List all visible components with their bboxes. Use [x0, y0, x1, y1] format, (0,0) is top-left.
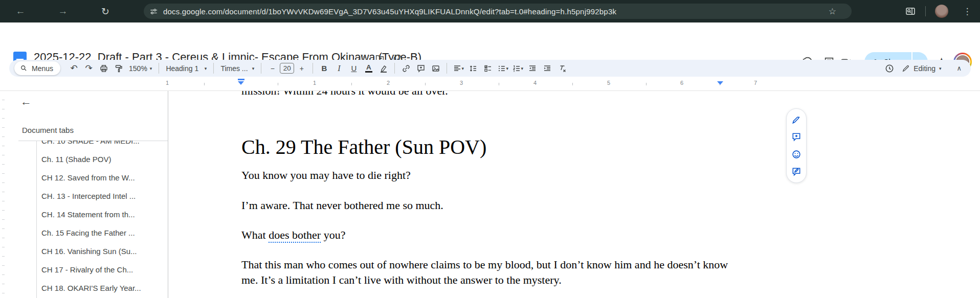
sidebar-item-ch12[interactable]: CH 12. Saved from the W... — [41, 169, 135, 187]
document-tabs-header: Document tabs — [22, 126, 74, 134]
chevron-down-icon: ▾ — [252, 66, 255, 71]
add-comment-margin-button[interactable] — [791, 131, 802, 143]
italic-button[interactable]: I — [332, 61, 346, 75]
tab-tree-guide — [36, 141, 37, 298]
sidebar-item-ch11[interactable]: Ch. 11 (Shade POV) — [41, 150, 111, 169]
divider — [394, 63, 395, 74]
editor-content: ← Document tabs CH. 10 SHADE - AM MEDI..… — [0, 90, 980, 298]
divider — [261, 63, 261, 74]
ruler-number: 5 — [607, 80, 610, 86]
browser-back-icon[interactable]: ← — [12, 6, 29, 17]
ruler-number: 7 — [754, 80, 757, 86]
divider — [213, 63, 214, 74]
underline-button[interactable]: U — [347, 61, 361, 75]
decrease-font-size-button[interactable]: − — [265, 61, 279, 75]
pen-icon — [902, 64, 910, 73]
insert-link-button[interactable] — [399, 61, 413, 75]
menus-search-button[interactable]: Menus — [14, 61, 60, 75]
editing-mode-select[interactable]: Editing ▾ — [897, 61, 946, 75]
increase-indent-button[interactable] — [540, 61, 554, 75]
side-panel-icon[interactable] — [905, 6, 916, 17]
sidebar-item-ch13[interactable]: CH. 13 - Intercepted Intel ... — [41, 187, 136, 205]
divider — [447, 63, 447, 74]
browser-forward-icon[interactable]: → — [54, 6, 72, 17]
toolbar-right: Editing ▾ ∧ — [882, 61, 966, 75]
browser-right-controls: ⋮ — [905, 5, 975, 18]
first-line-indent-marker[interactable] — [238, 79, 244, 80]
divider — [159, 63, 159, 74]
divider — [925, 6, 926, 16]
help-me-write-button[interactable] — [791, 114, 802, 125]
add-comment-button[interactable] — [414, 61, 428, 75]
sidebar-item-ch15[interactable]: Ch. 15 Facing the Father ... — [41, 224, 135, 242]
emoji-reaction-button[interactable] — [791, 149, 802, 160]
paint-format-button[interactable] — [112, 61, 125, 75]
ruler-number: 4 — [533, 80, 537, 86]
bulleted-list-button[interactable]: ▾ — [496, 61, 509, 75]
paragraph: You know you may have to die right? — [241, 168, 411, 183]
sidebar-item-ch17[interactable]: CH 17 - Rivalry of the Ch... — [41, 261, 133, 279]
decrease-indent-button[interactable] — [525, 61, 539, 75]
checklist-button[interactable] — [481, 61, 495, 75]
document-page[interactable]: mission! Within 24 hours it would be all… — [168, 91, 980, 298]
ruler-number: 1 — [166, 80, 169, 86]
clipped-paragraph: mission! Within 24 hours it would be all… — [241, 91, 448, 98]
right-indent-marker[interactable] — [717, 81, 723, 85]
margin-quick-actions — [786, 108, 807, 183]
grammar-suggestion[interactable]: does bother — [269, 228, 321, 243]
suggest-edits-button[interactable] — [791, 166, 802, 177]
chevron-down-icon: ▾ — [150, 66, 152, 71]
activity-clock-icon[interactable] — [882, 61, 896, 75]
line-spacing-button[interactable] — [466, 61, 480, 75]
zoom-select[interactable]: 150%▾ — [126, 64, 155, 73]
align-button[interactable]: ▾ — [451, 61, 465, 75]
divider — [313, 63, 313, 74]
ruler-number: 3 — [460, 80, 463, 86]
undo-button[interactable]: ↶ — [67, 61, 81, 75]
add-tab-button[interactable] — [124, 123, 139, 137]
docs-header: 2025-12-22_Draft - Part 3 - Cereus & Lim… — [0, 22, 980, 60]
chevron-down-icon: ▾ — [939, 66, 942, 71]
bold-button[interactable]: B — [317, 61, 331, 75]
left-indent-marker[interactable] — [238, 81, 244, 85]
ruler-number: 2 — [387, 80, 390, 86]
paragraph: That this man who comes out of nowhere c… — [241, 257, 728, 287]
clear-formatting-button[interactable] — [555, 61, 569, 75]
redo-button[interactable]: ↷ — [82, 61, 96, 75]
increase-font-size-button[interactable]: + — [295, 61, 308, 75]
site-settings-icon[interactable] — [149, 7, 158, 16]
paragraph: I’m aware. That never bothered me so muc… — [241, 198, 443, 213]
sidebar-item-ch14[interactable]: CH. 14 Statement from th... — [41, 205, 135, 224]
browser-reload-icon[interactable]: ↻ — [97, 6, 114, 17]
search-icon — [20, 64, 28, 72]
horizontal-ruler[interactable]: 1 1 2 3 4 5 6 7 — [0, 77, 980, 90]
paragraph: What does bother you? — [241, 227, 345, 243]
vertical-ruler[interactable] — [0, 91, 6, 298]
browser-profile-avatar[interactable] — [935, 5, 948, 18]
url-bar[interactable]: docs.google.com/document/d/1boYWvVKDw69E… — [144, 4, 852, 19]
font-family-select[interactable]: Times ...▾ — [217, 64, 257, 73]
paragraph-style-select[interactable]: Heading 1▾ — [163, 64, 210, 73]
ruler-number: 1 — [313, 80, 316, 86]
insert-image-button[interactable] — [429, 61, 442, 75]
ruler-number: 6 — [680, 80, 683, 86]
numbered-list-button[interactable]: ▾ — [510, 61, 524, 75]
bookmark-star-icon[interactable]: ☆ — [829, 6, 836, 17]
browser-menu-icon[interactable]: ⋮ — [960, 6, 975, 17]
url-text[interactable]: docs.google.com/document/d/1boYWvVKDw69E… — [163, 7, 822, 16]
font-size-input[interactable]: 20 — [280, 63, 294, 74]
sidebar-item-ch16[interactable]: CH 16. Vanishing Sun (Su... — [41, 242, 137, 261]
hide-menus-button[interactable]: ∧ — [956, 64, 962, 72]
sidebar-back-button[interactable]: ← — [18, 94, 34, 109]
highlight-color-button[interactable] — [376, 61, 390, 75]
format-toolbar: Menus ↶ ↷ 150%▾ Heading 1▾ Times ...▾ − … — [9, 60, 971, 77]
browser-toolbar: ← → ↻ docs.google.com/document/d/1boYWvV… — [0, 0, 980, 22]
print-button[interactable] — [97, 61, 110, 75]
chevron-down-icon: ▾ — [205, 66, 207, 71]
ruler-ticks — [204, 83, 756, 85]
text-color-button[interactable]: A — [362, 61, 375, 75]
sidebar-item-ch18[interactable]: CH 18. OKARI'S Early Year... — [41, 279, 141, 297]
chapter-heading: Ch. 29 The Father (Sun POV) — [241, 135, 486, 159]
